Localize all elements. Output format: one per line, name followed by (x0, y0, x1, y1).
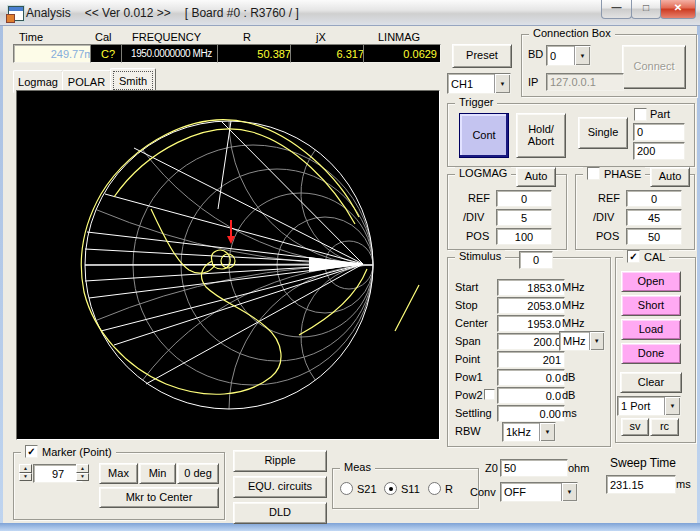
settling-field[interactable]: 0.00 (497, 405, 565, 422)
logmag-div-label: /DIV (463, 211, 484, 223)
phase-div-label: /DIV (593, 211, 614, 223)
span-field[interactable]: 200.0 (497, 333, 565, 350)
part-start-field[interactable]: 0 (633, 123, 685, 141)
logmag-auto-button[interactable]: Auto (516, 167, 556, 187)
chevron-down-icon[interactable]: ▼ (589, 332, 604, 350)
logmag-pos-field[interactable]: 100 (496, 228, 552, 245)
marker-spinner-right[interactable]: ▲▼ (76, 464, 89, 481)
part-stop-field[interactable]: 200 (633, 142, 685, 160)
jx-label: jX (316, 31, 326, 43)
jx-display: 6.317 (290, 44, 368, 63)
radio-s11[interactable]: S11 (384, 482, 420, 495)
time-label: Time (19, 31, 43, 43)
cal-short-button[interactable]: Short (621, 295, 681, 316)
dld-button[interactable]: DLD (233, 502, 327, 524)
stop-label: Stop (455, 299, 478, 311)
chevron-down-icon[interactable]: ▼ (561, 483, 577, 501)
rbw-label: RBW (455, 425, 481, 437)
cal-checkbox[interactable]: ✓ (627, 250, 640, 263)
channel-select[interactable]: CH1 ▼ (447, 73, 511, 94)
cal-done-button[interactable]: Done (621, 343, 681, 364)
phase-auto-button[interactable]: Auto (650, 167, 690, 187)
center-field[interactable]: 1953.0 (497, 315, 565, 332)
app-version: << Ver 0.012 >> (85, 6, 171, 20)
phase-ref-field[interactable]: 0 (626, 190, 682, 207)
window-border-bottom (0, 523, 700, 531)
title-bar[interactable]: Analysis<< Ver 0.012 >>[ Board #0 : R376… (0, 0, 700, 26)
phase-checkbox[interactable] (587, 167, 600, 180)
frequency-label: FREQUENCY (132, 31, 201, 43)
port-select[interactable]: 1 Port ▼ (617, 396, 681, 416)
hold-abort-button[interactable]: Hold/ Abort (516, 113, 566, 158)
radio-r[interactable]: R (428, 482, 453, 495)
conv-label: Conv (470, 486, 496, 498)
span-unit-select[interactable]: MHz ▼ (559, 331, 605, 351)
point-field[interactable]: 201 (497, 351, 565, 368)
rbw-select[interactable]: 1kHz ▼ (502, 422, 556, 442)
smith-chart-display[interactable] (16, 90, 440, 440)
marker-spinner-left[interactable]: ▲▼ (19, 464, 32, 481)
sweep-time-field[interactable]: 231.15 (606, 475, 676, 494)
minimize-button[interactable]: — (601, 0, 632, 19)
marker-checkbox[interactable]: ✓ (25, 445, 38, 458)
spin-up-icon: ▲ (76, 464, 89, 473)
linmag-display: 0.0629 (363, 44, 441, 63)
cal-load-button[interactable]: Load (621, 319, 681, 340)
pow2-checkbox[interactable] (484, 389, 495, 400)
equ-circuits-button[interactable]: EQU. circuits (233, 476, 327, 498)
spin-down-icon: ▼ (19, 473, 32, 482)
pow2-field[interactable]: 0.0 (497, 387, 565, 404)
channel-value: CH1 (448, 74, 494, 93)
start-unit: MHz (562, 281, 585, 293)
ip-field[interactable]: 127.0.0.1 (546, 73, 624, 91)
start-label: Start (455, 281, 478, 293)
cal-open-button[interactable]: Open (621, 271, 681, 292)
r-label: R (243, 31, 251, 43)
marker-max-button[interactable]: Max (99, 463, 138, 484)
cont-button[interactable]: Cont (459, 113, 509, 158)
chevron-down-icon[interactable]: ▼ (494, 74, 510, 93)
radio-icon (428, 482, 441, 495)
close-button[interactable]: ✕ (660, 0, 696, 19)
z0-label: Z0 (485, 462, 498, 474)
stop-field[interactable]: 2053.0 (497, 297, 565, 314)
radio-s21[interactable]: S21 (340, 482, 377, 495)
logmag-ref-field[interactable]: 0 (496, 190, 552, 207)
pow1-unit: dB (562, 371, 575, 383)
settling-unit: ms (562, 407, 577, 419)
cal-save-button[interactable]: sv (621, 418, 649, 436)
cal-clear-button[interactable]: Clear (620, 372, 682, 393)
marker-title: Marker (Point) (42, 446, 112, 458)
preset-button[interactable]: Preset (452, 44, 512, 68)
start-field[interactable]: 1853.0 (497, 279, 565, 296)
pow1-field[interactable]: 0.0 (497, 369, 565, 386)
logmag-div-field[interactable]: 5 (496, 209, 552, 226)
window-border-left (0, 25, 3, 523)
sweep-ms-label: ms (676, 478, 691, 490)
single-button[interactable]: Single (578, 117, 628, 149)
spin-down-icon: ▼ (76, 473, 89, 482)
logmag-title: LOGMAG (455, 167, 511, 179)
marker-min-button[interactable]: Min (139, 463, 176, 484)
span-label: Span (455, 335, 481, 347)
stimulus-header-field[interactable]: 0 (519, 251, 553, 269)
chevron-down-icon[interactable]: ▼ (574, 46, 590, 65)
marker-0deg-button[interactable]: 0 deg (177, 463, 219, 484)
stop-unit: MHz (562, 299, 585, 311)
phase-div-field[interactable]: 45 (626, 209, 682, 226)
maximize-button[interactable]: □ (631, 0, 661, 19)
bd-select[interactable]: 0 ▼ (546, 45, 591, 66)
radio-s11-label: S11 (401, 483, 420, 495)
chevron-down-icon[interactable]: ▼ (664, 397, 680, 415)
chevron-down-icon[interactable]: ▼ (539, 423, 555, 441)
ripple-button[interactable]: Ripple (233, 450, 327, 472)
part-checkbox[interactable] (634, 108, 647, 121)
hold-abort-line2: Abort (528, 136, 554, 148)
conv-select[interactable]: OFF ▼ (500, 482, 578, 502)
phase-pos-field[interactable]: 50 (626, 228, 682, 245)
cal-recall-button[interactable]: rc (650, 418, 679, 436)
settling-label: Settling (455, 407, 492, 419)
mkr-to-center-button[interactable]: Mkr to Center (99, 487, 219, 508)
connect-button[interactable]: Connect (622, 45, 686, 89)
z0-field[interactable]: 50 (500, 459, 568, 477)
